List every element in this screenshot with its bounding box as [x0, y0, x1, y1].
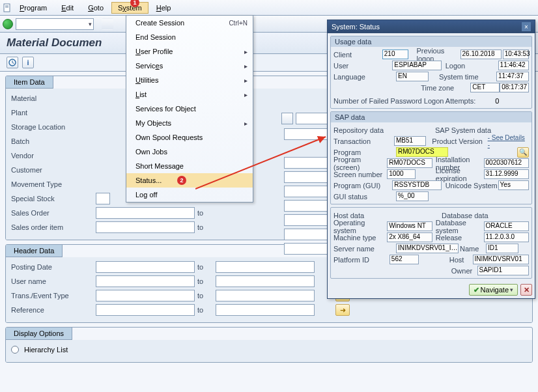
label-batch: Batch	[11, 137, 93, 145]
input-posting-to[interactable]	[216, 261, 315, 273]
label-client: Client	[333, 51, 382, 59]
menu-user-profile[interactable]: User ProfileUser Profile▸	[126, 44, 253, 59]
label-plant: Plant	[11, 109, 93, 117]
input-user-from[interactable]	[96, 275, 195, 287]
value-srv: INIMKDVSRV01_I…	[396, 244, 459, 253]
label-lang: Language	[333, 73, 396, 81]
label-sloc: Storage Location	[11, 123, 93, 131]
input-ref-from[interactable]	[96, 304, 195, 316]
label-sitem: Sales order item	[11, 223, 93, 231]
label-pver: Product Version	[432, 137, 486, 145]
input-user-to[interactable]	[216, 275, 315, 287]
value-owner: SAPID1	[477, 266, 530, 275]
menu-utilities[interactable]: UtilitiesUtilities▸	[126, 73, 253, 87]
label-sales: Sales Order	[11, 209, 93, 217]
label-customer: Customer	[11, 166, 93, 174]
value-uni: Yes	[498, 180, 529, 190]
label-srv: Server name	[333, 245, 396, 253]
label-ref: Reference	[11, 306, 93, 314]
menu-services-for-object[interactable]: Services for Object	[126, 102, 253, 116]
close-icon[interactable]: ×	[522, 22, 531, 31]
value-mt: 2x X86_64	[387, 232, 432, 242]
value-rel: 11.2.0.3.0	[484, 232, 529, 242]
menu-program[interactable]: PProgramrogram	[13, 2, 53, 14]
menu-goto[interactable]: GGotooto	[81, 2, 110, 14]
link-see-details[interactable]: - See Details -	[487, 134, 529, 148]
label-username: User name	[11, 277, 93, 285]
label-hostname: Host	[449, 256, 473, 264]
input-posting-from[interactable]	[96, 261, 195, 273]
input-sales-from[interactable]	[96, 207, 195, 219]
menu-own-spool[interactable]: Own Spool Requests	[126, 130, 253, 145]
value-hostname: INIMKDVSRV01	[473, 255, 530, 264]
command-field[interactable]: ▾	[16, 18, 94, 30]
label-mvt: Movement Type	[11, 180, 93, 188]
annotation-badge-1: 1	[130, 0, 139, 7]
menu-edit[interactable]: EEditdit	[55, 2, 80, 14]
menu-log-off[interactable]: Log off	[126, 188, 253, 202]
menu-own-jobs[interactable]: Own Jobs	[126, 145, 253, 159]
value-plat: 562	[389, 255, 419, 264]
navigate-button[interactable]: ✔Navigate▾	[469, 284, 518, 296]
menu-status[interactable]: Status... 2	[126, 173, 253, 188]
cancel-button[interactable]: ✕	[520, 284, 532, 296]
label-logon: Logon	[446, 62, 498, 70]
f4-material[interactable]	[281, 113, 293, 124]
label-posting: Posting Date	[11, 263, 93, 271]
multi-select-ref[interactable]: ➜	[335, 304, 350, 316]
value-pgui: RSSYSTDB	[392, 180, 442, 190]
system-status-window: System: Status × Usage data Client 210 P…	[327, 20, 535, 299]
label-pgui: Program (GUI)	[333, 182, 392, 189]
menu-short-message[interactable]: Short Message	[126, 159, 253, 173]
app-doc-icon	[3, 3, 12, 12]
label-rel: Release	[436, 234, 484, 242]
value-prev-time: 10:43:53	[503, 49, 529, 59]
group-sap: SAP data	[331, 112, 531, 122]
label-owner: Owner	[451, 267, 477, 275]
menu-services[interactable]: ServicesServices▸	[126, 59, 253, 73]
label-user: User	[333, 62, 392, 70]
value-pscr: RM07DOCS	[387, 158, 432, 168]
value-scr: 1000	[387, 169, 416, 179]
tab-display-options[interactable]: Display Options	[6, 328, 72, 340]
ok-icon[interactable]	[3, 19, 13, 29]
menu-system[interactable]: SystemSystem 1	[111, 2, 149, 14]
label-spec: Special Stock	[11, 195, 93, 203]
label-to: to	[197, 209, 213, 217]
menu-help[interactable]: HHelpelp	[150, 2, 178, 14]
menu-end-session[interactable]: End Session	[126, 30, 253, 44]
group-usage: Usage data	[331, 36, 531, 47]
label-sapsys: SAP System data	[435, 126, 491, 134]
label-name: Name	[460, 245, 486, 253]
label-uni: Unicode System	[446, 182, 498, 189]
value-user: ESPIABAP	[392, 61, 442, 70]
label-os: Operating system	[333, 219, 387, 234]
value-prev-date: 26.10.2018	[460, 49, 502, 59]
execute-icon[interactable]	[7, 57, 18, 68]
value-lang: EN	[396, 72, 429, 81]
input-spec-from[interactable]	[96, 193, 110, 204]
input-sitem-from[interactable]	[96, 221, 195, 233]
tab-header-data[interactable]: Header Data	[6, 245, 63, 257]
value-logon: 11:46:42	[498, 61, 529, 70]
tab-item-data[interactable]: Item Data	[6, 76, 53, 89]
label-prev-logon: Previous logon	[417, 47, 460, 63]
input-ref-to[interactable]	[216, 304, 315, 316]
value-gui: %_00	[396, 191, 429, 201]
radio-hierarchy[interactable]	[11, 346, 19, 354]
value-inst: 0020307612	[484, 158, 529, 168]
info-icon[interactable]: i	[22, 57, 34, 68]
input-trans-to[interactable]	[216, 290, 315, 301]
label-to: to	[197, 263, 213, 271]
menu-list[interactable]: ListList▸	[126, 87, 253, 102]
label-pscr: Program (screen)	[333, 156, 387, 171]
magnifier-icon[interactable]: 🔍	[517, 147, 529, 158]
label-trans: Trans./Event Type	[11, 292, 93, 300]
value-os: Windows NT	[387, 221, 432, 231]
label-mt: Machine type	[333, 234, 387, 242]
menu-my-objects[interactable]: My Objects▸	[126, 116, 253, 130]
svg-line-5	[12, 63, 14, 64]
input-trans-from[interactable]	[96, 290, 195, 301]
value-systime: 11:47:37	[496, 72, 529, 81]
menu-create-session[interactable]: Create SessionCtrl+N	[126, 16, 253, 30]
